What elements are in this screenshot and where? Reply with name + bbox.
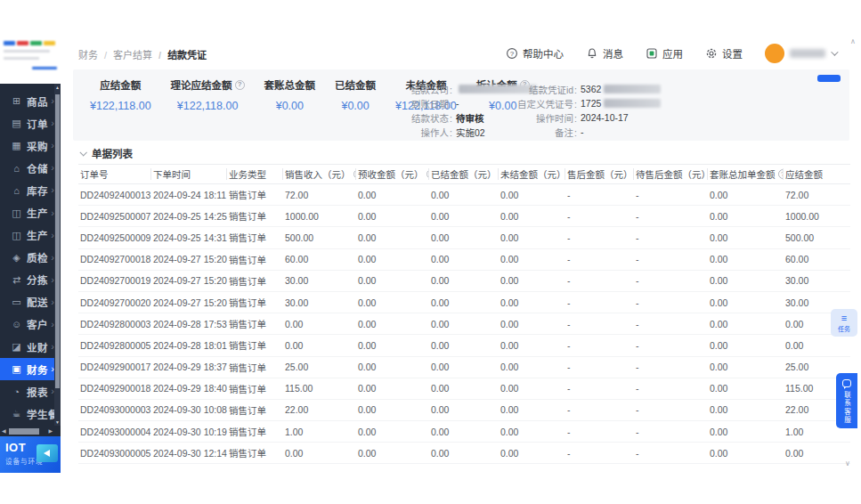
sidebar-item[interactable]: ⊞ 商品 [0,90,61,112]
scrollbar-thumb[interactable] [55,94,60,388]
customer-service-floating-button[interactable]: 联系客服 [836,373,857,428]
svg-text:?: ? [510,50,515,58]
page-scroll-up-icon[interactable] [850,38,856,45]
cell-due-amount: 30.00 [784,275,850,286]
info-field: 操作时间 2024-10-17 [509,110,661,125]
sidebar-item[interactable]: ▣ 财务 [0,358,61,380]
cell-unsettled-amount: 0.00 [499,427,565,437]
cell-account-added-amount: 0.00 [708,232,784,243]
sidebar-item[interactable]: ◫ 生产 [0,201,61,224]
cell-pending-aftersale-amount: - [634,340,708,351]
sidebar-item[interactable]: ▤ 订单 [0,112,61,134]
cell-settled-amount: 0.00 [429,254,499,264]
summary-metric: 套账总金额 ¥0.00 [255,77,326,112]
scroll-left-arrow-icon[interactable]: ◀ [2,427,6,434]
cell-prepaid-amount: 0.00 [356,427,429,437]
cell-pending-aftersale-amount: - [634,254,708,264]
cell-sales-income: 60.00 [283,254,356,264]
messages-button[interactable]: 消息 [586,46,623,61]
sidebar-item[interactable]: ☺ 客户 [0,313,61,336]
cell-unsettled-amount: 0.00 [499,448,565,459]
cell-business-type: 销售订单 [227,446,283,459]
sidebar-item[interactable]: ▦ 采购 [0,134,61,157]
table-row[interactable]: DD24093000003 2024-09-30 10:08 销售订单 22.0… [78,400,850,421]
cell-unsettled-amount: 0.00 [499,362,565,372]
breadcrumb-item[interactable]: 财务 [78,47,98,61]
info-icon[interactable] [235,80,245,90]
sidebar-item[interactable]: ⇄ 分拣 [0,269,61,291]
bizfinance-icon: ◪ [10,341,23,353]
cell-settled-amount: 0.00 [429,190,499,200]
scroll-up-arrow-icon[interactable]: ▲ [54,85,61,90]
table-header-cell: 未结金额（元） [499,168,565,180]
sidebar-vertical-scrollbar[interactable]: ▲ ▼ [54,84,61,426]
table-header-cell: 待售后金额（元） [634,168,708,180]
cell-order-no: DD24092700020 [78,297,151,308]
cell-order-no: DD24092900017 [78,362,151,372]
table-row[interactable]: DD24092800003 2024-09-28 17:53 销售订单 0.00… [78,313,850,335]
table-row[interactable]: DD24092800005 2024-09-28 18:01 销售订单 0.00… [78,335,850,356]
topbar: 财务客户结算结款凭证 ? 帮助中心 消息 应用 设置 [61,36,861,69]
sidebar-item[interactable]: ☕ 学生餐 [0,402,61,425]
cell-business-type: 销售订单 [227,361,283,374]
table-row[interactable]: DD24092500009 2024-09-25 14:31 销售订单 500.… [78,227,850,248]
cell-due-amount: 0.00 [784,448,850,459]
tasks-floating-button[interactable]: ≡ 任务 [831,309,857,337]
cell-account-added-amount: 0.00 [708,254,784,264]
cell-prepaid-amount: 0.00 [356,211,429,222]
table-header-cell: 订单号 [78,168,151,180]
help-center-button[interactable]: ? 帮助中心 [506,46,564,61]
scroll-down-arrow-icon[interactable]: ▼ [54,419,61,425]
cell-settled-amount: 0.00 [429,362,499,372]
table-row[interactable]: DD24093000005 2024-09-30 12:14 销售订单 0.00… [78,443,850,464]
sidebar-item[interactable]: ◪ 业财 [0,336,61,358]
sidebar-item[interactable]: ◈ 质检 [0,247,61,269]
iot-banner[interactable]: IOT 设备与环境 [0,436,61,473]
settings-button[interactable]: 设置 [705,46,743,61]
info-field: 结款凭证id 5362 [509,82,661,96]
cell-prepaid-amount: 0.00 [356,383,429,394]
cell-order-no: DD24092800003 [78,319,151,329]
metric-value: ¥122,118.00 [90,100,151,112]
info-field: 自定义凭证号 1725 [509,96,661,110]
sidebar-item[interactable]: ⌂ 库存 [0,179,61,201]
orders-table: 订单号 下单时间 业务类型 销售收入（元） 预收金额（元） [78,164,850,464]
table-header-cell: 预收金额（元） [356,168,429,180]
sidebar-item[interactable]: ◫ 生产 [0,224,61,247]
table-row[interactable]: DD24092700018 2024-09-27 15:20 销售订单 60.0… [78,249,850,271]
customer-icon: ☺ [10,319,23,329]
sidebar-horizontal-scrollbar[interactable]: ◀ ▶ [0,426,61,436]
sidebar-item[interactable]: ▭ 配送 [0,291,61,313]
table-row[interactable]: DD24092700020 2024-09-27 15:20 销售订单 30.0… [78,292,850,313]
cell-account-added-amount: 0.00 [708,319,784,329]
logo-redacted-art [4,41,57,77]
table-row[interactable]: DD24092700019 2024-09-27 15:20 销售订单 30.0… [78,271,850,292]
table-row[interactable]: DD24092500007 2024-09-25 14:25 销售订单 1000… [78,206,850,227]
user-menu[interactable] [765,44,836,63]
summary-metric: 理论应结金额 ¥122,118.00 [161,77,255,112]
sidebar-item[interactable]: ◔ 报表 [0,380,61,402]
table-row[interactable]: DD24092900018 2024-09-29 18:40 销售订单 115.… [78,378,850,400]
scroll-right-arrow-icon[interactable]: ▶ [48,427,53,434]
cell-aftersale-amount: - [565,254,634,264]
document-list-toggle[interactable]: 单据列表 [80,146,133,160]
layers-icon: ≡ [841,313,847,323]
table-row[interactable]: DD24093000004 2024-09-30 10:19 销售订单 1.00… [78,421,850,443]
table-row[interactable]: DD24092400013 2024-09-24 18:11 销售订单 72.0… [78,184,850,206]
cell-order-time: 2024-09-27 15:20 [151,254,227,264]
action-button[interactable] [817,75,841,82]
app-logo [0,36,61,84]
sidebar-item[interactable]: ⌂ 仓储 [0,157,61,179]
scrollbar-thumb[interactable] [9,428,39,435]
cell-order-time: 2024-09-29 18:40 [151,383,227,394]
cell-pending-aftersale-amount: - [634,383,708,394]
apps-button[interactable]: 应用 [646,46,683,61]
cell-prepaid-amount: 0.00 [356,190,429,200]
breadcrumb-item[interactable]: 客户结算 [98,47,152,61]
cell-unsettled-amount: 0.00 [499,254,565,264]
cell-business-type: 销售订单 [227,253,283,266]
page-scroll-down-icon[interactable] [845,460,850,467]
table-header-cell: 售后金额（元） [565,168,634,180]
table-row[interactable]: DD24092900017 2024-09-29 18:37 销售订单 25.0… [78,357,850,378]
breadcrumb-item[interactable]: 结款凭证 [152,47,207,61]
